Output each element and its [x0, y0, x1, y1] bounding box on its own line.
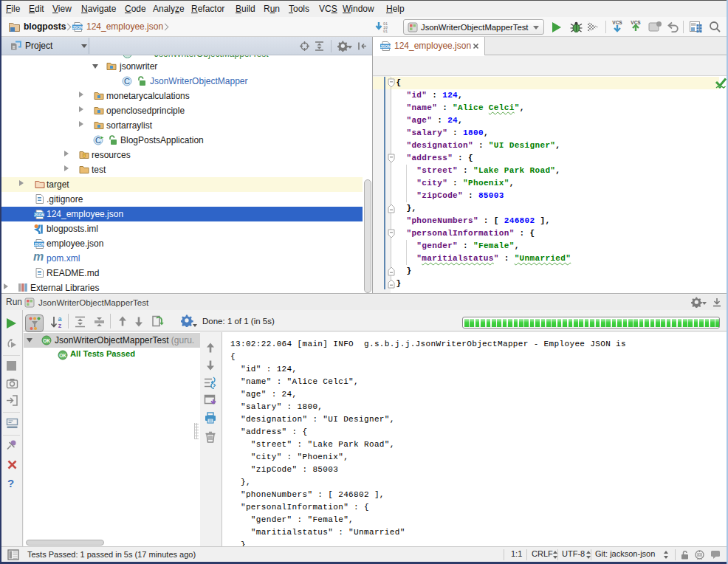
svg-text:JSON: JSON [380, 44, 391, 49]
svg-text:JSON: JSON [34, 213, 44, 217]
svg-text:OK: OK [43, 338, 50, 343]
svg-text:OK: OK [59, 353, 66, 358]
svg-text:VCS: VCS [612, 20, 622, 25]
svg-text:01: 01 [383, 30, 388, 33]
svg-text:JSON: JSON [72, 25, 83, 30]
svg-text:JSON: JSON [34, 242, 44, 247]
svg-text:z: z [58, 322, 62, 329]
svg-text:C: C [124, 77, 130, 86]
